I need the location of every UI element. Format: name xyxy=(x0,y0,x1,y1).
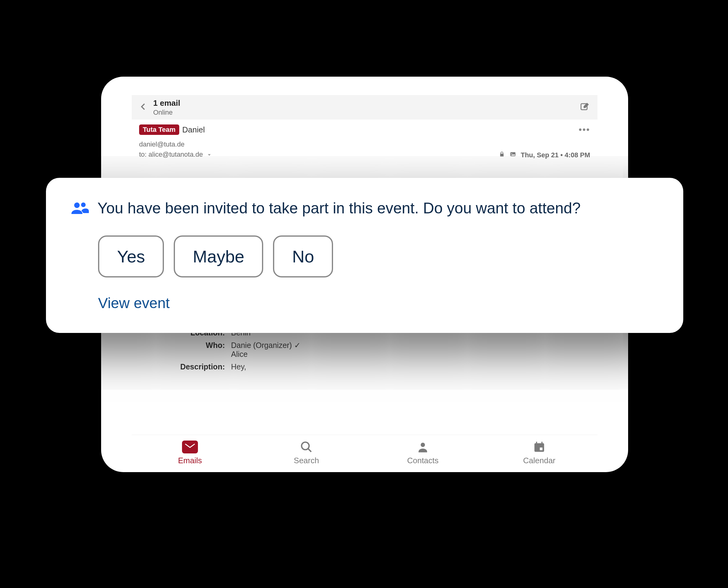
view-event-link[interactable]: View event xyxy=(98,295,170,312)
to-prefix: to: xyxy=(139,150,147,158)
svg-point-4 xyxy=(302,442,309,450)
mail-header: 1 email Online xyxy=(132,95,597,120)
who-organizer: Danie (Organizer) ✓ xyxy=(231,341,301,350)
people-icon xyxy=(70,200,89,216)
nav-contacts[interactable]: Contacts xyxy=(365,441,481,465)
nav-contacts-label: Contacts xyxy=(407,456,439,465)
sender-email: daniel@tuta.de xyxy=(139,139,212,149)
nav-search-label: Search xyxy=(294,456,319,465)
rsvp-yes-button[interactable]: Yes xyxy=(98,235,164,277)
invite-title: You have been invited to take part in th… xyxy=(97,199,581,217)
who-attendee: Alice xyxy=(231,350,301,359)
sender-badge: Tuta Team xyxy=(139,124,179,135)
compose-icon[interactable] xyxy=(580,102,590,113)
rsvp-maybe-button[interactable]: Maybe xyxy=(174,235,263,277)
description-value: Hey, xyxy=(231,362,246,371)
svg-line-5 xyxy=(308,448,311,452)
nav-search[interactable]: Search xyxy=(248,441,365,465)
chevron-down-icon[interactable] xyxy=(205,150,212,158)
bottom-nav: Emails Search Contacts xyxy=(132,435,597,472)
rsvp-no-button[interactable]: No xyxy=(273,235,333,277)
svg-rect-11 xyxy=(540,447,543,450)
nav-calendar[interactable]: Calendar xyxy=(481,441,597,465)
emails-icon xyxy=(182,441,198,454)
svg-point-6 xyxy=(421,443,425,447)
svg-point-3 xyxy=(511,153,512,154)
contacts-icon xyxy=(416,441,429,454)
svg-rect-9 xyxy=(536,442,537,444)
mail-status-label: Online xyxy=(153,108,580,117)
back-icon[interactable] xyxy=(139,102,148,112)
to-address: alice@tutanota.de xyxy=(149,150,203,158)
more-options-icon[interactable]: ••• xyxy=(578,124,590,135)
nav-emails-label: Emails xyxy=(178,456,202,465)
nav-calendar-label: Calendar xyxy=(523,456,555,465)
calendar-icon xyxy=(533,441,546,454)
nav-emails[interactable]: Emails xyxy=(132,441,248,465)
svg-marker-1 xyxy=(208,154,211,156)
svg-rect-10 xyxy=(542,442,543,444)
search-icon xyxy=(300,441,313,454)
lock-icon xyxy=(499,151,505,160)
invite-card: You have been invited to take part in th… xyxy=(46,178,683,333)
address-row: daniel@tuta.de to: alice@tutanota.de xyxy=(132,137,597,164)
svg-point-12 xyxy=(74,203,80,208)
who-label: Who: xyxy=(139,341,231,359)
sender-row: Tuta Team Daniel ••• xyxy=(132,120,597,137)
description-label: Description: xyxy=(139,362,231,371)
svg-point-13 xyxy=(81,203,86,207)
mail-count-label: 1 email xyxy=(153,99,580,108)
image-icon xyxy=(510,151,516,160)
message-timestamp: Thu, Sep 21 • 4:08 PM xyxy=(521,151,590,159)
sender-name: Daniel xyxy=(182,125,205,134)
